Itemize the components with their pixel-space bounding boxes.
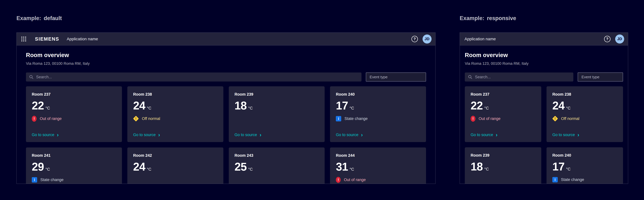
- go-to-source-label: Go to source: [234, 133, 257, 137]
- alarm-glyph: !: [338, 178, 339, 182]
- status-badge: !Out of range: [336, 177, 420, 183]
- temperature: 17°C: [552, 161, 617, 172]
- room-card: Room 23722°C!Out of rangeGo to source›: [26, 86, 122, 142]
- room-name: Room 239: [234, 92, 319, 97]
- go-to-source-link[interactable]: Go to source›: [32, 133, 59, 137]
- room-name: Room 242: [133, 153, 218, 158]
- temperature-unit: °C: [350, 167, 354, 172]
- warning-glyph: !: [554, 117, 556, 121]
- warning-glyph: !: [135, 117, 136, 121]
- temperature-value: 24: [133, 100, 146, 111]
- example-title-name: responsive: [487, 15, 516, 21]
- room-name: Room 241: [32, 153, 116, 158]
- search-input[interactable]: Search...: [465, 72, 573, 81]
- help-icon[interactable]: ?: [604, 36, 610, 42]
- filter-row: Search... Event type: [26, 72, 426, 81]
- example-title: Example:default: [16, 15, 436, 21]
- status-label: Out of range: [40, 116, 62, 121]
- room-card: Room 24017°CiState changeGo to source›: [546, 147, 623, 184]
- example-title-prefix: Example:: [16, 15, 41, 21]
- status-label: State change: [561, 178, 584, 182]
- page-content: Room overview Via Roma 123, 00100 Roma R…: [16, 45, 435, 184]
- temperature: 22°C: [32, 100, 116, 111]
- status-badge: iState change: [32, 177, 116, 183]
- room-card: Room 23722°C!Out of rangeGo to source›: [465, 86, 541, 142]
- chevron-right-icon: ›: [57, 133, 59, 137]
- room-name: Room 237: [32, 92, 116, 97]
- room-name: Room 244: [336, 153, 420, 158]
- temperature-unit: °C: [484, 106, 489, 110]
- search-placeholder: Search...: [36, 75, 52, 79]
- temperature: 25°C: [234, 161, 319, 172]
- temperature-value: 29: [32, 161, 44, 172]
- go-to-source-label: Go to source: [133, 133, 156, 137]
- info-icon: i: [336, 116, 341, 121]
- room-name: Room 243: [234, 153, 319, 158]
- temperature-value: 18: [470, 161, 483, 172]
- temperature-value: 24: [133, 161, 146, 172]
- temperature: 29°C: [32, 161, 116, 172]
- status-label: Out of range: [344, 178, 366, 182]
- info-glyph: i: [34, 178, 35, 182]
- temperature: 17°C: [336, 100, 420, 111]
- example-default-section: Example:default SIEMENS Application name…: [16, 15, 436, 184]
- user-avatar[interactable]: JD: [615, 34, 624, 43]
- temperature-value: 31: [336, 161, 348, 172]
- example-title: Example:responsive: [460, 15, 628, 21]
- temperature: 31°C: [336, 161, 420, 172]
- go-to-source-link[interactable]: Go to source›: [470, 133, 498, 137]
- room-name: Room 237: [470, 92, 536, 97]
- temperature-unit: °C: [248, 167, 253, 172]
- status-badge: !Off normal: [133, 116, 218, 122]
- go-to-source-link[interactable]: Go to source›: [336, 133, 363, 137]
- filter-row: Search... Event type: [465, 72, 623, 81]
- example-title-prefix: Example:: [460, 15, 484, 21]
- status-label: Off normal: [142, 116, 160, 121]
- status-label: Out of range: [479, 116, 500, 121]
- status-badge: iState change: [336, 116, 420, 122]
- chevron-right-icon: ›: [496, 133, 498, 137]
- app-switcher-icon[interactable]: [21, 36, 26, 42]
- temperature: 18°C: [234, 100, 319, 111]
- alarm-glyph: !: [34, 116, 35, 121]
- status-label: State change: [40, 178, 64, 182]
- temperature-value: 17: [552, 161, 564, 172]
- temperature-unit: °C: [350, 106, 354, 110]
- user-avatar[interactable]: JD: [422, 34, 432, 43]
- search-input[interactable]: Search...: [26, 72, 362, 81]
- go-to-source-label: Go to source: [552, 133, 575, 137]
- temperature: 18°C: [470, 161, 536, 172]
- go-to-source-link[interactable]: Go to source›: [133, 133, 160, 137]
- warning-icon: !: [552, 116, 558, 122]
- alarm-icon: !: [470, 116, 476, 122]
- status-label: Off normal: [561, 116, 580, 121]
- temperature-unit: °C: [248, 106, 253, 110]
- page-title: Room overview: [465, 51, 623, 58]
- status-badge: !Out of range: [32, 116, 116, 122]
- chevron-right-icon: ›: [260, 133, 262, 137]
- app-window: SIEMENS Application name ? JD Room overv…: [16, 32, 436, 184]
- go-to-source-link[interactable]: Go to source›: [552, 133, 579, 137]
- grid-dots-icon: [21, 36, 26, 42]
- go-to-source-link[interactable]: Go to source›: [234, 133, 262, 137]
- chevron-right-icon: ›: [361, 133, 363, 137]
- help-icon[interactable]: ?: [412, 36, 418, 42]
- event-type-select[interactable]: Event type: [578, 72, 623, 81]
- room-name: Room 239: [470, 153, 536, 158]
- temperature-value: 24: [552, 100, 564, 111]
- temperature-unit: °C: [566, 106, 570, 110]
- temperature: 24°C: [552, 100, 617, 111]
- info-glyph: i: [338, 117, 339, 121]
- info-glyph: i: [554, 178, 556, 182]
- room-name: Room 238: [552, 92, 617, 97]
- go-to-source-label: Go to source: [336, 133, 358, 137]
- temperature-unit: °C: [46, 106, 50, 110]
- room-card-grid: Room 23722°C!Out of rangeGo to source›Ro…: [26, 86, 426, 184]
- temperature-value: 25: [234, 161, 247, 172]
- go-to-source-label: Go to source: [470, 133, 493, 137]
- event-type-select[interactable]: Event type: [366, 72, 426, 81]
- temperature-unit: °C: [147, 106, 151, 110]
- page-subtitle: Via Roma 123, 00100 Roma RM, Italy: [465, 61, 623, 66]
- application-name: Application name: [464, 37, 496, 41]
- chevron-right-icon: ›: [578, 133, 579, 137]
